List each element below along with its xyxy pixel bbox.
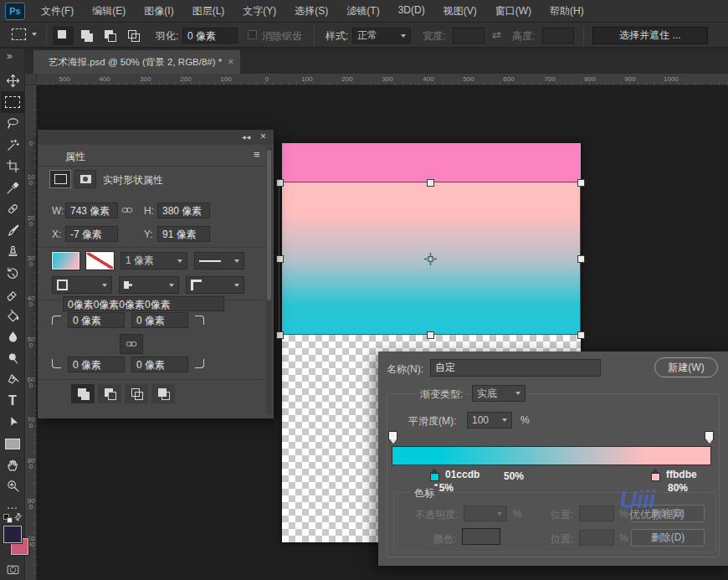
handle-bottom-center[interactable] bbox=[427, 331, 434, 339]
foreground-color-swatch[interactable] bbox=[3, 526, 22, 543]
color-swatch-input[interactable] bbox=[462, 528, 500, 545]
color-stop-pink[interactable] bbox=[651, 468, 660, 480]
stroke-width-dropdown[interactable]: 1 像素 bbox=[120, 252, 187, 269]
pathfinder-subtract-button[interactable] bbox=[98, 384, 121, 403]
style-dropdown[interactable]: 正常 bbox=[352, 28, 411, 44]
handle-bottom-right[interactable] bbox=[577, 331, 585, 339]
radius-tl-input[interactable]: 0 像素 bbox=[68, 312, 125, 328]
tool-preset[interactable] bbox=[12, 28, 37, 40]
radius-bl-input[interactable]: 0 像素 bbox=[68, 357, 125, 372]
menu-item-layer[interactable]: 图层(L) bbox=[183, 4, 234, 18]
w-input[interactable]: 743 像素 bbox=[65, 203, 118, 218]
opacity-stop-left[interactable] bbox=[388, 431, 397, 444]
clone-stamp-tool[interactable] bbox=[0, 241, 25, 261]
pathfinder-exclude-button[interactable] bbox=[151, 384, 175, 403]
blur-tool[interactable] bbox=[0, 326, 25, 346]
lasso-tool[interactable] bbox=[0, 113, 25, 133]
color-stop-cyan[interactable] bbox=[430, 468, 439, 480]
gradient-name-input[interactable]: 自定 bbox=[430, 359, 601, 377]
menu-item-edit[interactable]: 编辑(E) bbox=[83, 4, 135, 18]
hand-tool[interactable] bbox=[0, 454, 25, 475]
y-input[interactable]: 91 像素 bbox=[157, 226, 210, 242]
handle-middle-right[interactable] bbox=[577, 255, 585, 263]
menu-item-type[interactable]: 文字(Y) bbox=[233, 4, 285, 18]
pathfinder-combine-button[interactable] bbox=[71, 384, 95, 403]
stroke-type-dropdown[interactable] bbox=[194, 252, 244, 269]
subtract-selection-button[interactable] bbox=[100, 26, 120, 45]
opacity-stop-right[interactable] bbox=[705, 431, 714, 444]
brush-tool[interactable] bbox=[0, 220, 25, 240]
panel-header[interactable]: ◀◀ × bbox=[38, 130, 274, 145]
radius-tr-input[interactable]: 0 像素 bbox=[131, 312, 188, 328]
handle-top-center[interactable] bbox=[427, 179, 434, 187]
stroke-cap-dropdown[interactable] bbox=[119, 276, 179, 294]
menu-item-file[interactable]: 文件(F) bbox=[32, 4, 83, 18]
smoothness-combo[interactable]: 100 bbox=[467, 412, 512, 429]
radius-br-input[interactable]: 0 像素 bbox=[131, 357, 188, 372]
tab-close-icon[interactable]: × bbox=[228, 56, 233, 68]
vertical-ruler[interactable]: 0 100 200 300 400 500 600 700 800 900 10… bbox=[25, 85, 37, 580]
radius-link-button[interactable] bbox=[120, 334, 143, 354]
select-and-mask-button[interactable]: 选择并遮住 ... bbox=[592, 27, 708, 44]
wh-link-icon[interactable] bbox=[121, 204, 133, 219]
dodge-tool[interactable] bbox=[0, 348, 25, 368]
quick-mask-button[interactable] bbox=[0, 559, 25, 579]
menu-item-3d[interactable]: 3D(D) bbox=[389, 4, 434, 18]
panel-menu-icon[interactable]: ≡ bbox=[254, 148, 260, 161]
menu-item-view[interactable]: 视图(V) bbox=[434, 4, 486, 18]
stroke-corner-dropdown[interactable] bbox=[186, 276, 244, 294]
paint-bucket-tool[interactable] bbox=[0, 305, 25, 326]
stroke-swatch[interactable] bbox=[86, 252, 114, 269]
handle-top-left[interactable] bbox=[276, 179, 284, 187]
handle-bottom-left[interactable] bbox=[276, 331, 284, 339]
marquee-tool[interactable] bbox=[0, 92, 25, 112]
magic-wand-tool[interactable] bbox=[0, 135, 25, 155]
crop-tool[interactable] bbox=[0, 156, 25, 176]
toolbar-expand-icon[interactable]: » bbox=[7, 50, 13, 62]
gradient-preview-bar[interactable] bbox=[392, 446, 711, 465]
feather-input[interactable]: 0 像素 bbox=[182, 28, 238, 44]
history-brush-tool[interactable] bbox=[0, 263, 25, 283]
eyedropper-tool[interactable] bbox=[0, 177, 25, 198]
move-tool[interactable] bbox=[0, 70, 25, 90]
more-tools[interactable]: … bbox=[0, 495, 25, 515]
menu-item-image[interactable]: 图像(I) bbox=[135, 4, 182, 18]
handle-top-right[interactable] bbox=[577, 179, 585, 187]
zoom-tool[interactable] bbox=[0, 475, 25, 495]
type-tool[interactable]: T bbox=[0, 391, 25, 411]
pathfinder-intersect-button[interactable] bbox=[125, 384, 148, 403]
menu-item-select[interactable]: 选择(S) bbox=[285, 4, 337, 18]
ruler-corner[interactable] bbox=[25, 74, 37, 85]
mask-props-button[interactable] bbox=[74, 170, 96, 188]
panel-close-icon[interactable]: × bbox=[260, 131, 266, 142]
menu-item-help[interactable]: 帮助(H) bbox=[541, 4, 593, 18]
swap-dimensions-icon[interactable]: ⇄ bbox=[492, 28, 501, 41]
antialias-checkbox[interactable] bbox=[248, 30, 257, 39]
healing-brush-tool[interactable] bbox=[0, 198, 25, 218]
fill-swatch[interactable] bbox=[52, 252, 79, 269]
panel-scrollbar[interactable] bbox=[266, 146, 272, 414]
menu-item-filter[interactable]: 滤镜(T) bbox=[337, 4, 388, 18]
radius-summary-input[interactable]: 0像素0像素0像素0像素 bbox=[63, 296, 224, 311]
delete-color-stop-button[interactable]: 删除(D) bbox=[631, 529, 705, 547]
new-gradient-button[interactable]: 新建(W) bbox=[654, 357, 718, 377]
new-selection-button[interactable] bbox=[53, 26, 74, 45]
ps-logo[interactable]: Ps bbox=[5, 3, 25, 20]
eraser-tool[interactable] bbox=[0, 284, 25, 304]
shape-tool[interactable] bbox=[0, 434, 25, 454]
h-input[interactable]: 380 像素 bbox=[157, 203, 210, 218]
gradient-type-dropdown[interactable]: 实底 bbox=[472, 385, 525, 402]
intersect-selection-button[interactable] bbox=[123, 26, 144, 45]
horizontal-ruler[interactable]: 500400 300200 1000 100200 300400 500600 … bbox=[37, 74, 728, 85]
stroke-align-dropdown[interactable] bbox=[52, 276, 112, 294]
x-input[interactable]: -7 像素 bbox=[65, 226, 118, 242]
add-selection-button[interactable] bbox=[76, 26, 97, 45]
handle-middle-left[interactable] bbox=[276, 255, 284, 263]
collapse-panel-icon[interactable]: ◀◀ bbox=[242, 134, 251, 140]
pen-tool[interactable] bbox=[0, 369, 25, 389]
menu-item-window[interactable]: 窗口(W) bbox=[486, 4, 541, 18]
reference-point-icon[interactable] bbox=[424, 253, 437, 265]
shape-props-button[interactable] bbox=[49, 170, 71, 188]
path-select-tool[interactable] bbox=[0, 412, 25, 432]
document-tab[interactable]: 艺术海报.psd @ 50% (背景 2, RGB/8#) * × bbox=[33, 50, 240, 74]
